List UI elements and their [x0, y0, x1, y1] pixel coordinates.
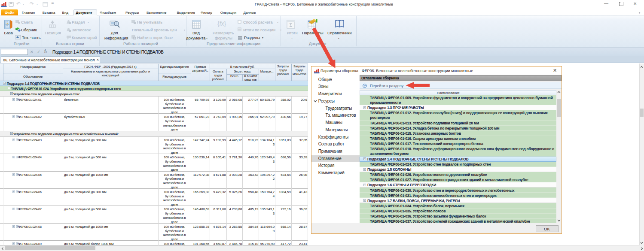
svg-text:Σ: Σ [290, 22, 293, 28]
